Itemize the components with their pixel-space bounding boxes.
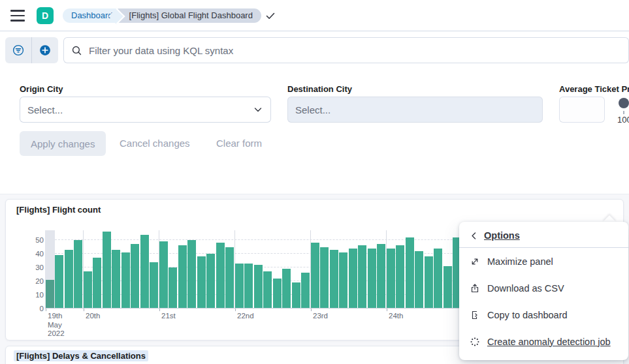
menu-icon[interactable] [10,10,25,22]
apply-changes-button[interactable]: Apply changes [20,131,106,156]
chart-bar[interactable] [292,282,300,309]
range-slider-value: 100 [617,115,629,125]
chart-bar[interactable] [396,245,404,309]
menu-item-label: Copy to dashboard [487,310,568,320]
x-axis-label: 19th May 2022 [48,312,65,339]
x-axis-tick [159,309,160,311]
chart-bar[interactable] [444,266,452,309]
chart-bar[interactable] [55,255,63,309]
x-axis-tick [311,309,312,311]
average-ticket-price-label: Average Ticket Price [559,84,629,94]
chart-bar[interactable] [244,264,253,309]
chart-bar[interactable] [330,250,338,309]
chart-bar[interactable] [178,245,187,309]
x-axis-label: 24th [389,312,403,321]
chart-bar[interactable] [150,262,158,309]
x-axis-label: 21st [161,312,176,321]
y-axis-label: 50 [35,236,44,244]
chart-bar[interactable] [415,251,423,309]
y-axis-label: 40 [35,250,44,258]
destination-city-label: Destination City [287,84,352,94]
y-axis-label: 20 [35,277,44,285]
y-axis: 01020304050 [19,230,44,309]
space-avatar[interactable]: D [37,7,54,24]
x-axis-label: 22nd [237,312,254,321]
chart-bar[interactable] [159,241,168,309]
x-axis-tick [84,309,84,311]
chart-bar[interactable] [282,269,291,309]
chart-bar[interactable] [216,243,225,309]
menu-item-download-csv[interactable]: Download as CSV [459,275,628,301]
top-navigation-bar: D Dashboard [Flights] Global Flight Dash… [0,0,629,31]
delays-panel-title[interactable]: [Flights] Delays & Cancellations [14,350,148,361]
flight-count-panel-title[interactable]: [Flights] Flight count [16,205,101,215]
panel-options-menu: Options Maximize panel Downl [459,222,628,360]
chevron-down-icon [253,104,263,115]
check-icon[interactable] [265,10,276,21]
chart-bar[interactable] [93,258,101,309]
chart-bar[interactable] [339,252,347,309]
chart-bar[interactable] [103,232,111,309]
origin-city-select[interactable]: Select... [20,97,271,123]
clear-form-button[interactable]: Clear form [216,131,262,156]
chart-bar[interactable] [434,249,442,309]
filter-button-group [5,37,58,63]
popover-arrow-cover [465,222,622,230]
add-filter-plus-icon[interactable] [32,37,58,63]
chart-bar[interactable] [358,245,366,309]
chart-bar[interactable] [406,237,414,309]
breadcrumb-current-dashboard[interactable]: [Flights] Global Flight Dashboard [118,8,261,23]
menu-item-copy-to-dashboard[interactable]: Copy to dashboard [459,301,628,328]
x-axis-tick [235,309,236,311]
y-axis-label: 30 [35,264,44,271]
chart-bar[interactable] [84,271,92,309]
destination-city-select[interactable]: Select... [287,97,543,123]
dashboard-controls: Origin City Select... Destination City S… [0,68,629,194]
kql-search-input[interactable]: Filter your data using KQL syntax [63,37,629,63]
chart-bar[interactable] [121,252,130,309]
chart-bar[interactable] [187,240,196,309]
chart-bar[interactable] [169,267,177,309]
query-bar: Filter your data using KQL syntax [0,32,629,68]
chart-bar[interactable] [273,279,282,309]
chart-bar[interactable] [311,243,319,309]
chevron-left-icon [470,232,478,240]
options-menu-title: Options [484,230,520,241]
destination-city-placeholder: Select... [295,104,331,115]
x-axis-tick [46,309,46,311]
y-axis-label: 0 [40,305,44,312]
chart-bar[interactable] [46,280,54,309]
chart-bar[interactable] [263,271,272,309]
kql-placeholder: Filter your data using KQL syntax [89,45,233,56]
cancel-changes-button[interactable]: Cancel changes [120,131,190,156]
x-axis-tick [387,309,387,311]
x-axis-label: 23rd [313,312,328,321]
chart-bar[interactable] [254,265,263,309]
range-slider-thumb[interactable] [619,98,629,108]
breadcrumb-dashboard[interactable]: Dashboard [63,8,118,23]
breadcrumb: Dashboard [Flights] Global Flight Dashbo… [63,8,261,23]
chart-bar[interactable] [140,235,149,309]
x-axis-label: 20th [86,312,100,321]
chart-bar[interactable] [387,249,395,309]
chart-bar[interactable] [377,244,385,309]
chart-bar[interactable] [131,244,139,309]
chart-bar[interactable] [349,249,357,309]
origin-city-placeholder: Select... [27,104,63,115]
menu-item-create-anomaly-job[interactable]: Create anomaly detection job [459,328,628,355]
chart-bar[interactable] [320,247,329,309]
menu-item-maximize-panel[interactable]: Maximize panel [459,248,628,275]
chart-bar[interactable] [197,256,206,309]
chart-bar[interactable] [368,249,376,309]
chart-bar[interactable] [425,256,433,309]
ml-icon [470,337,480,347]
average-ticket-price-input[interactable] [559,97,605,123]
chart-bar[interactable] [74,240,82,309]
chart-bar[interactable] [235,264,244,309]
filter-in-circle-icon[interactable] [5,37,31,63]
chart-bar[interactable] [206,254,215,309]
chart-bar[interactable] [301,273,310,309]
chart-bar[interactable] [65,250,73,309]
chart-bar[interactable] [225,247,234,309]
chart-bar[interactable] [112,250,120,309]
